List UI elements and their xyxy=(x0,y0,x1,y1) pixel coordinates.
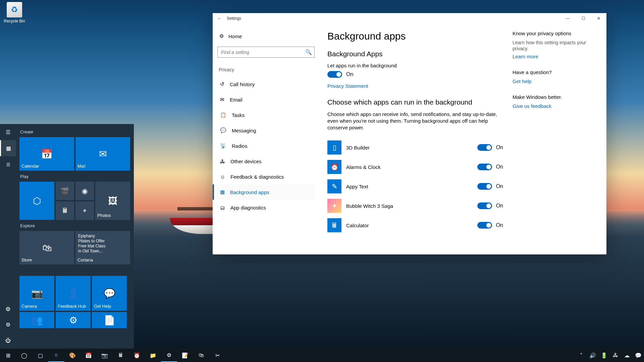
all-apps-icon[interactable]: ≣ xyxy=(0,156,16,172)
close-button[interactable]: ✕ xyxy=(591,13,606,24)
aside-question-title: Have a question? xyxy=(513,69,596,75)
tile-people[interactable]: 👥 xyxy=(19,312,54,328)
nav-feedback-diagnostics[interactable]: ☺Feedback & diagnostics xyxy=(217,169,315,184)
nav-other-devices[interactable]: 🖧Other devices xyxy=(217,154,315,169)
calendar-icon: 📅 xyxy=(19,137,74,171)
taskbar-snipping[interactable]: ✂ xyxy=(209,349,225,362)
section-background-apps: Background Apps xyxy=(327,50,508,58)
tile-photos[interactable]: 🖼Photos xyxy=(95,182,130,220)
tile-notes[interactable]: 📄 xyxy=(92,312,127,328)
pinned-tiles-icon[interactable]: ▦ xyxy=(0,140,16,156)
settings-nav: ⚙ Home 🔍 Privacy ↺Call history ✉Email 📋T… xyxy=(213,24,319,254)
tray-volume-icon[interactable]: 🔊 xyxy=(587,349,598,362)
user-account-icon[interactable]: ◍ xyxy=(0,300,16,316)
tray-action-center-icon[interactable]: 💬 xyxy=(633,349,644,362)
taskbar-sticky-notes[interactable]: 📝 xyxy=(177,349,193,362)
tile-store[interactable]: 🛍Store xyxy=(19,231,74,264)
app-icon-calculator: 🖩 xyxy=(327,218,341,232)
task-view-button[interactable]: ▢ xyxy=(32,349,48,362)
gethelp-icon: 💬 xyxy=(92,276,127,311)
toggle-3d-builder[interactable] xyxy=(477,144,492,151)
taskbar: ⊞ ◯ ▢ e 🎨 📅 📷 🖩 ⏰ 📁 ⚙ 📝 🛍 ✂ ˄ 🔊 🔋 🖧 ☁ 💬 xyxy=(0,349,644,362)
taskbar-explorer[interactable]: 📁 xyxy=(145,349,161,362)
privacy-statement-link[interactable]: Privacy Statement xyxy=(327,83,508,89)
messaging-icon: 💬 xyxy=(220,127,226,133)
get-help-link[interactable]: Get help xyxy=(513,78,596,84)
tile-movies[interactable]: 🎬 xyxy=(56,182,74,200)
taskbar-calendar[interactable]: 📅 xyxy=(80,349,97,362)
section-choose-apps: Choose which apps can run in the backgro… xyxy=(327,98,508,106)
nav-call-history[interactable]: ↺Call history xyxy=(217,76,315,92)
nav-email[interactable]: ✉Email xyxy=(217,92,315,107)
tile-groove[interactable]: ◉ xyxy=(75,182,94,200)
taskbar-store[interactable]: 🛍 xyxy=(193,349,209,362)
tile-feedback[interactable]: 👤Feedback Hub xyxy=(56,276,91,311)
tile-maps[interactable]: ⌖ xyxy=(75,201,94,220)
taskbar-camera[interactable]: 📷 xyxy=(97,349,113,362)
app-row-calculator: 🖩 Calculator On xyxy=(327,216,508,235)
back-button[interactable]: ← xyxy=(213,16,226,21)
feedback-icon: ☺ xyxy=(220,174,225,180)
hamburger-icon[interactable]: ☰ xyxy=(0,124,16,140)
app-icon-bubble-witch: ✦ xyxy=(327,199,341,213)
taskbar-paint[interactable]: 🎨 xyxy=(64,349,80,362)
titlebar[interactable]: ← Settings — ☐ ✕ xyxy=(213,13,606,24)
store-icon: 🛍 xyxy=(19,231,74,264)
start-button[interactable]: ⊞ xyxy=(0,349,16,362)
tasks-icon: 📋 xyxy=(220,112,226,118)
tile-camera[interactable]: 📷Camera xyxy=(19,276,54,311)
mail-icon: ✉ xyxy=(75,137,130,171)
recycle-bin[interactable]: Recycle Bin xyxy=(2,2,27,23)
window-title: Settings xyxy=(226,16,241,21)
settings-main: Background apps Background Apps Let apps… xyxy=(327,31,508,254)
radio-icon: 📡 xyxy=(220,143,226,149)
toggle-alarms[interactable] xyxy=(477,164,492,170)
taskbar-settings[interactable]: ⚙ xyxy=(161,349,177,362)
tile-calendar[interactable]: 📅Calendar xyxy=(19,137,74,171)
give-feedback-link[interactable]: Give us feedback xyxy=(513,103,596,109)
nav-tasks[interactable]: 📋Tasks xyxy=(217,107,315,123)
nav-app-diagnostics[interactable]: 🗂App diagnostics xyxy=(217,200,315,215)
tile-gethelp[interactable]: 💬Get Help xyxy=(92,276,127,311)
tray-onedrive-icon[interactable]: ☁ xyxy=(621,349,633,362)
tile-cortana[interactable]: Epiphany Pilates to Offer Free Mat Class… xyxy=(75,231,130,264)
nav-radios[interactable]: 📡Radios xyxy=(217,138,315,154)
nav-messaging[interactable]: 💬Messaging xyxy=(217,123,315,138)
maximize-button[interactable]: ☐ xyxy=(576,13,591,24)
tray-battery-icon[interactable]: 🔋 xyxy=(598,349,610,362)
aside-privacy-desc: Learn how this setting impacts your priv… xyxy=(513,40,596,52)
minimize-button[interactable]: — xyxy=(560,13,576,24)
search-icon: 🔍 xyxy=(305,49,312,55)
taskbar-alarms[interactable]: ⏰ xyxy=(129,349,145,362)
master-toggle[interactable] xyxy=(327,71,342,78)
group-create[interactable]: Create xyxy=(19,126,130,137)
learn-more-link[interactable]: Learn more xyxy=(513,54,596,59)
tile-3d[interactable]: ⬡ xyxy=(19,182,54,220)
group-play[interactable]: Play xyxy=(19,171,130,182)
group-explore[interactable]: Explore xyxy=(19,220,130,231)
tile-mail[interactable]: ✉Mail xyxy=(75,137,130,171)
tile-calculator[interactable]: 🖩 xyxy=(56,201,74,220)
app-icon-3d-builder: ▯ xyxy=(327,140,341,155)
toggle-bubble-witch[interactable] xyxy=(477,202,492,209)
search-box[interactable]: 🔍 xyxy=(217,47,315,58)
taskbar-calculator[interactable]: 🖩 xyxy=(113,349,129,362)
tray-network-icon[interactable]: 🖧 xyxy=(610,349,621,362)
power-icon[interactable]: ⏻ xyxy=(0,333,16,349)
toggle-calculator[interactable] xyxy=(477,222,492,229)
calculator-icon: 🖩 xyxy=(56,201,74,220)
toggle-appy-text[interactable] xyxy=(477,183,492,190)
settings-icon[interactable]: ⚙ xyxy=(0,316,16,333)
taskbar-edge[interactable]: e xyxy=(48,349,64,362)
photos-icon: 🖼 xyxy=(95,182,130,220)
nav-background-apps[interactable]: ▦Background apps xyxy=(213,184,315,200)
tray-overflow[interactable]: ˄ xyxy=(576,349,587,362)
aside-feedback-title: Make Windows better. xyxy=(513,94,596,100)
tile-settings[interactable]: ⚙ xyxy=(56,312,91,328)
nav-home[interactable]: ⚙ Home xyxy=(217,31,315,42)
music-icon: ◉ xyxy=(75,182,94,200)
cortana-button[interactable]: ◯ xyxy=(16,349,32,362)
app-row-appy-text: ✎ Appy Text On xyxy=(327,177,508,196)
search-input[interactable] xyxy=(217,47,315,58)
recycle-bin-icon xyxy=(7,2,22,17)
